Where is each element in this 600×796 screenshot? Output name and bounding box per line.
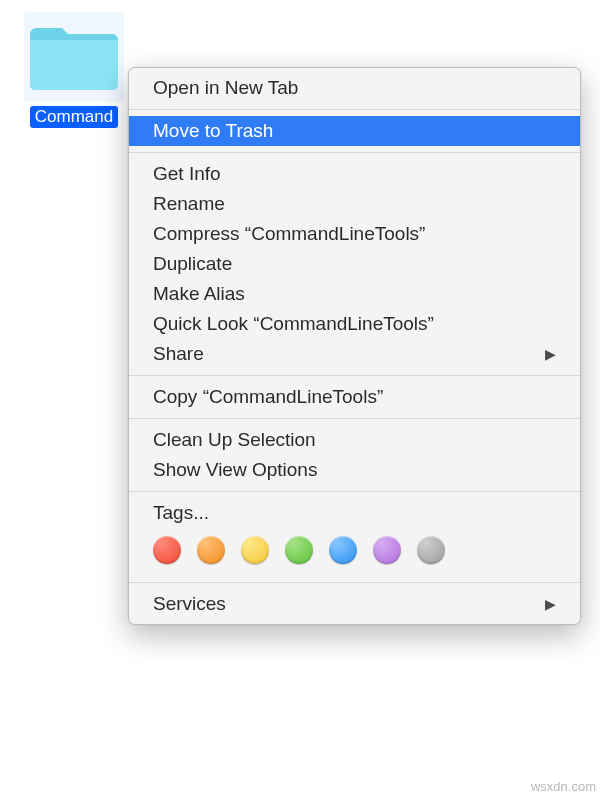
menu-label: Show View Options — [153, 459, 317, 481]
menu-label: Services — [153, 593, 226, 615]
menu-clean-up[interactable]: Clean Up Selection — [129, 425, 580, 455]
folder-icon-selection — [24, 12, 124, 102]
tag-red[interactable] — [153, 536, 181, 564]
folder-item[interactable]: Command — [24, 12, 124, 128]
watermark: wsxdn.com — [531, 779, 596, 794]
menu-label: Copy “CommandLineTools” — [153, 386, 383, 408]
menu-tags[interactable]: Tags... — [129, 498, 580, 528]
menu-make-alias[interactable]: Make Alias — [129, 279, 580, 309]
tag-orange[interactable] — [197, 536, 225, 564]
menu-separator — [129, 582, 580, 583]
menu-show-view-options[interactable]: Show View Options — [129, 455, 580, 485]
tag-green[interactable] — [285, 536, 313, 564]
menu-separator — [129, 375, 580, 376]
menu-label: Tags... — [153, 502, 209, 524]
tags-row — [129, 528, 580, 576]
menu-label: Share — [153, 343, 204, 365]
menu-label: Open in New Tab — [153, 77, 298, 99]
context-menu: Open in New Tab Move to Trash Get Info R… — [128, 67, 581, 625]
menu-separator — [129, 152, 580, 153]
menu-separator — [129, 491, 580, 492]
tag-blue[interactable] — [329, 536, 357, 564]
menu-compress[interactable]: Compress “CommandLineTools” — [129, 219, 580, 249]
menu-get-info[interactable]: Get Info — [129, 159, 580, 189]
menu-move-to-trash[interactable]: Move to Trash — [129, 116, 580, 146]
menu-label: Clean Up Selection — [153, 429, 316, 451]
folder-label: Command — [30, 106, 118, 128]
menu-label: Move to Trash — [153, 120, 273, 142]
tag-gray[interactable] — [417, 536, 445, 564]
tag-yellow[interactable] — [241, 536, 269, 564]
menu-copy[interactable]: Copy “CommandLineTools” — [129, 382, 580, 412]
menu-label: Quick Look “CommandLineTools” — [153, 313, 434, 335]
menu-label: Make Alias — [153, 283, 245, 305]
menu-quick-look[interactable]: Quick Look “CommandLineTools” — [129, 309, 580, 339]
menu-label: Rename — [153, 193, 225, 215]
menu-open-new-tab[interactable]: Open in New Tab — [129, 73, 580, 103]
menu-services[interactable]: Services ▶ — [129, 589, 580, 619]
chevron-right-icon: ▶ — [545, 346, 556, 362]
menu-separator — [129, 109, 580, 110]
menu-share[interactable]: Share ▶ — [129, 339, 580, 369]
menu-label: Duplicate — [153, 253, 232, 275]
menu-duplicate[interactable]: Duplicate — [129, 249, 580, 279]
menu-label: Get Info — [153, 163, 221, 185]
menu-rename[interactable]: Rename — [129, 189, 580, 219]
folder-icon — [30, 22, 118, 92]
chevron-right-icon: ▶ — [545, 596, 556, 612]
tag-purple[interactable] — [373, 536, 401, 564]
menu-label: Compress “CommandLineTools” — [153, 223, 425, 245]
menu-separator — [129, 418, 580, 419]
